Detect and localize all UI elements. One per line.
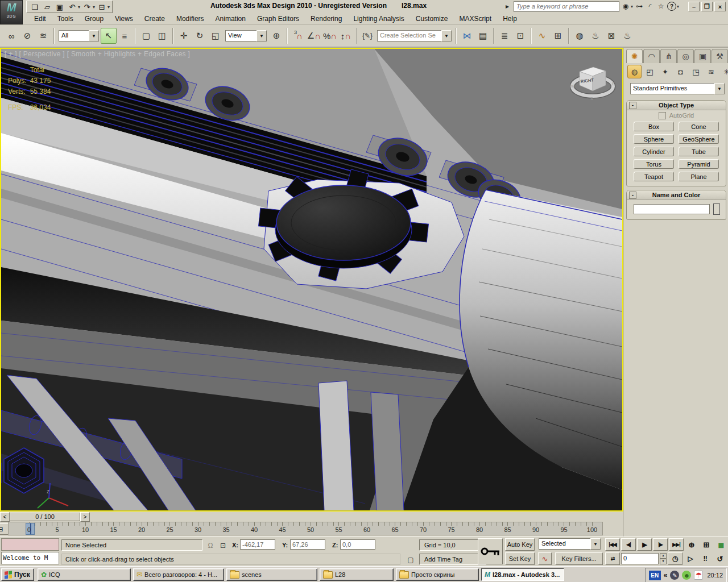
menu-group[interactable]: Group (79, 13, 109, 24)
set-key-button[interactable]: Set Key (505, 552, 535, 565)
layer-manager-icon[interactable]: ≣ (497, 28, 512, 44)
absolute-offset-mode-icon[interactable]: ⊡ (217, 540, 229, 551)
default-in-out-tangents-icon[interactable]: ∿ (538, 552, 552, 565)
name-color-rollout-header[interactable]: - Name and Color (627, 190, 726, 200)
primitive-button-cylinder[interactable]: Cylinder (634, 147, 674, 156)
field-of-view-icon[interactable]: ▷ (684, 553, 697, 564)
y-coordinate-field[interactable]: 67,26 (290, 539, 325, 550)
category-spacewarps-icon[interactable]: ≋ (704, 65, 718, 78)
go-to-end-button[interactable]: ▶▶| (669, 538, 684, 551)
frame-spinner[interactable]: ▴▾ (660, 553, 667, 564)
reference-coordinate-system-dropdown[interactable]: View▼ (225, 30, 267, 41)
viewcube[interactable]: W E S N RIGHT (570, 59, 618, 107)
new-file-icon[interactable]: ❏ (29, 2, 40, 12)
open-mini-curve-editor-icon[interactable]: ⊟ (0, 523, 9, 535)
graphite-modeling-tools-icon[interactable]: ⊡ (512, 28, 528, 44)
rendered-frame-window-icon[interactable]: ⊠ (603, 28, 619, 44)
schematic-view-icon[interactable]: ⊞ (550, 28, 566, 44)
selection-lock-icon[interactable]: Ω (205, 540, 216, 551)
object-color-swatch[interactable] (713, 203, 720, 215)
key-mode-toggle-icon[interactable]: ⇄ (605, 552, 620, 565)
fetch-icon[interactable]: ⊟ (96, 2, 107, 12)
key-filters-button[interactable]: Key Filters... (555, 552, 603, 565)
perspective-viewport[interactable]: z (0, 48, 623, 512)
zoom-all-icon[interactable]: ⊞ (700, 539, 713, 550)
select-and-scale-icon[interactable]: ◱ (208, 28, 224, 44)
range-next-button[interactable]: > (80, 512, 90, 522)
task-button-4[interactable]: Просто скрины (396, 568, 479, 581)
category-geometry-icon[interactable]: ◍ (627, 65, 642, 78)
taskbar-clock[interactable]: 20:12 (706, 572, 723, 579)
menu-edit[interactable]: Edit (28, 13, 52, 24)
rectangular-selection-region-icon[interactable]: ▢ (138, 28, 154, 44)
edit-named-selection-sets-icon[interactable]: {✎} (359, 28, 375, 44)
primitive-button-cone[interactable]: Cone (679, 122, 719, 131)
selection-filter-dropdown[interactable]: All▼ (59, 30, 99, 41)
category-shapes-icon[interactable]: ◰ (643, 65, 657, 78)
tab-hierarchy-icon[interactable]: ⋔ (660, 49, 677, 63)
primitive-button-pyramid[interactable]: Pyramid (679, 159, 719, 169)
menu-views[interactable]: Views (109, 13, 139, 24)
tab-display-icon[interactable]: ▣ (694, 49, 711, 63)
collapse-icon[interactable]: - (629, 192, 636, 199)
menu-tools[interactable]: Tools (52, 13, 79, 24)
play-button[interactable]: ▶ (637, 538, 652, 551)
close-button[interactable]: × (714, 2, 726, 11)
task-button-5[interactable]: Ml28.max - Autodesk 3... (481, 568, 564, 581)
select-and-rotate-icon[interactable]: ↻ (192, 28, 208, 44)
bind-to-space-warp-icon[interactable]: ≋ (35, 28, 51, 44)
unlink-selection-icon[interactable]: ⊘ (19, 28, 35, 44)
go-to-start-button[interactable]: |◀◀ (605, 538, 620, 551)
render-setup-icon[interactable]: ♨ (588, 28, 603, 44)
tab-modify-icon[interactable]: ◠ (643, 49, 660, 63)
align-icon[interactable]: ▤ (475, 28, 491, 44)
add-time-tag[interactable]: Add Time Tag (419, 554, 486, 565)
collapse-icon[interactable]: - (629, 102, 636, 109)
restore-button[interactable]: ❐ (701, 2, 713, 11)
infocenter-collapse-icon[interactable]: ▸ (503, 2, 512, 10)
tray-chevron-icon[interactable]: « (664, 571, 668, 579)
z-coordinate-field[interactable]: 0,0 (340, 539, 375, 550)
menu-graph-editors[interactable]: Graph Editors (251, 13, 305, 24)
adaptive-degradation-icon[interactable]: ▢ (405, 554, 416, 566)
menu-customize[interactable]: Customize (410, 13, 454, 24)
fetch-dropdown-arrow[interactable]: ▾ (107, 5, 110, 10)
search-input[interactable] (514, 1, 619, 12)
task-button-0[interactable]: ✿ICQ (38, 568, 131, 581)
primitive-button-box[interactable]: Box (634, 122, 674, 131)
category-helpers-icon[interactable]: ◳ (689, 65, 703, 78)
select-and-move-icon[interactable]: ✛ (176, 28, 192, 44)
save-file-icon[interactable]: ▣ (54, 2, 65, 12)
tab-motion-icon[interactable]: ◎ (677, 49, 694, 63)
render-production-icon[interactable]: ♨ (619, 28, 635, 44)
undo-icon[interactable]: ↶ (67, 2, 78, 12)
select-and-link-icon[interactable]: ∞ (3, 28, 19, 44)
menu-modifiers[interactable]: Modifiers (171, 13, 210, 24)
x-coordinate-field[interactable]: -462,17 (240, 539, 275, 550)
open-file-icon[interactable]: ▱ (42, 2, 53, 12)
menu-animation[interactable]: Animation (210, 13, 251, 24)
key-mode-selection-dropdown[interactable]: Selected▼ (539, 538, 601, 550)
named-selection-sets-dropdown[interactable]: Create Selection Se▼ (377, 30, 452, 41)
language-indicator[interactable]: EN (649, 571, 661, 580)
redo-icon[interactable]: ↷ (81, 2, 93, 12)
zoom-extents-icon[interactable]: ◼ (714, 539, 728, 550)
autogrid-checkbox[interactable] (659, 112, 666, 119)
menu-help[interactable]: Help (497, 13, 523, 24)
range-prev-button[interactable]: < (0, 512, 10, 522)
viewport-3d-scene[interactable]: z (1, 49, 622, 510)
communication-center-icon[interactable]: ◜ (646, 2, 655, 10)
subscription-key-icon[interactable]: ⊶ (635, 2, 644, 10)
help-dropdown-arrow[interactable]: ▾ (677, 4, 679, 9)
select-object-button[interactable]: ↖ (101, 28, 117, 44)
time-configuration-icon[interactable]: ◷ (668, 552, 682, 565)
object-name-input[interactable] (634, 204, 710, 214)
primitive-button-torus[interactable]: Torus (634, 159, 674, 169)
search-icon[interactable]: ◉ (621, 2, 630, 10)
maxscript-mini-listener-macro[interactable] (1, 538, 59, 551)
time-range-display[interactable]: 0 / 100 (10, 513, 80, 521)
primitive-button-plane[interactable]: Plane (679, 172, 719, 181)
current-frame-field[interactable]: 0 (621, 553, 659, 564)
redo-dropdown-arrow[interactable]: ▾ (93, 5, 95, 10)
window-crossing-icon[interactable]: ◫ (154, 28, 170, 44)
